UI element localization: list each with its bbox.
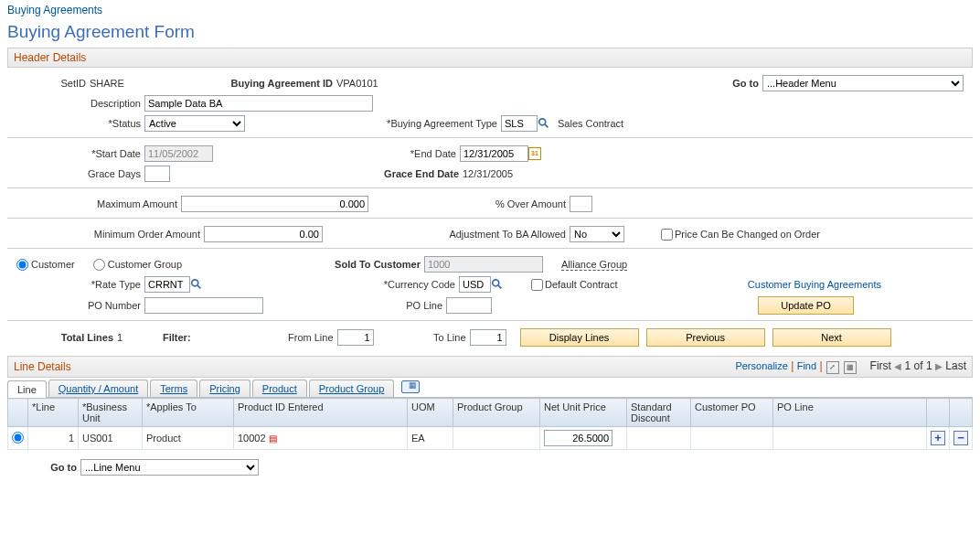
grace-days-label: Grace Days: [7, 168, 144, 179]
default-contract-label: Default Contract: [543, 279, 617, 290]
ba-id-label: Buying Agreement ID: [199, 78, 336, 89]
previous-button[interactable]: Previous: [646, 328, 765, 347]
svg-point-2: [192, 280, 198, 286]
description-input[interactable]: [144, 95, 373, 112]
col-product-id[interactable]: Product ID Entered: [234, 399, 408, 427]
tab-pricing[interactable]: Pricing: [199, 380, 250, 397]
tab-terms[interactable]: Terms: [150, 380, 197, 397]
lookup-icon[interactable]: [538, 117, 550, 130]
lookup-icon[interactable]: [491, 278, 504, 291]
from-line-label: From Line: [273, 332, 337, 343]
customer-group-radio[interactable]: [93, 259, 105, 271]
ba-type-input[interactable]: [501, 115, 538, 132]
ba-type-desc: Sales Contract: [558, 118, 623, 129]
col-uom[interactable]: UOM: [408, 399, 453, 427]
cust-ba-link[interactable]: Customer Buying Agreements: [748, 279, 881, 290]
default-contract-checkbox[interactable]: [531, 279, 543, 291]
table-row: 1 US001 Product 10002 ▤ EA + −: [8, 427, 973, 450]
po-number-input[interactable]: [144, 297, 263, 314]
svg-line-3: [197, 285, 201, 289]
cell-prod-group: [453, 427, 540, 450]
customer-radio[interactable]: [16, 259, 28, 271]
price-change-checkbox[interactable]: [661, 229, 673, 241]
zoom-icon[interactable]: ⤢: [826, 361, 839, 374]
svg-line-1: [545, 124, 549, 128]
pct-over-input[interactable]: [570, 196, 592, 212]
next-page-icon[interactable]: ▶: [935, 361, 943, 371]
next-button[interactable]: Next: [772, 328, 891, 347]
sold-to-desc[interactable]: Alliance Group: [561, 259, 627, 271]
grace-end-value: 12/31/2005: [463, 168, 513, 179]
lookup-icon[interactable]: [190, 278, 203, 291]
find-link[interactable]: Find: [797, 360, 816, 371]
sold-to-input: [424, 256, 543, 273]
first-link[interactable]: First: [870, 359, 891, 372]
goto-header-select[interactable]: ...Header Menu: [762, 75, 964, 91]
grid-view-icon[interactable]: ▦: [844, 361, 857, 374]
max-amt-input[interactable]: [181, 196, 368, 212]
grace-end-label: Grace End Date: [362, 168, 463, 179]
display-lines-button[interactable]: Display Lines: [520, 328, 639, 347]
svg-line-5: [498, 285, 502, 289]
from-line-input[interactable]: [337, 329, 374, 346]
page-title: Buying Agreement Form: [7, 18, 973, 48]
tab-quantity-amount[interactable]: Quantity / Amount: [48, 380, 148, 397]
tab-product[interactable]: Product: [252, 380, 307, 397]
start-date-label: *Start Date: [7, 148, 144, 159]
currency-input[interactable]: [459, 276, 491, 293]
col-std-disc[interactable]: Standard Discount: [627, 399, 691, 427]
breadcrumb[interactable]: Buying Agreements: [7, 4, 973, 18]
status-label: *Status: [7, 118, 144, 129]
setid-value: SHARE: [90, 78, 163, 89]
customer-group-radio-label: Customer Group: [105, 259, 182, 270]
cell-uom: EA: [408, 427, 453, 450]
goto-line-label: Go to: [7, 462, 80, 473]
end-date-input[interactable]: [460, 145, 528, 162]
related-action-icon[interactable]: ▤: [269, 433, 277, 444]
prev-page-icon[interactable]: ◀: [894, 361, 901, 371]
col-bu[interactable]: *Business Unit: [79, 399, 143, 427]
add-row-button[interactable]: +: [931, 431, 945, 445]
col-applies[interactable]: *Applies To: [143, 399, 234, 427]
col-prod-group[interactable]: Product Group: [453, 399, 540, 427]
pct-over-label: % Over Amount: [460, 198, 570, 209]
calendar-icon[interactable]: 31: [528, 147, 541, 160]
cell-applies: Product: [143, 427, 234, 450]
po-number-label: PO Number: [7, 300, 144, 311]
ba-id-value: VPA0101: [336, 78, 419, 89]
rate-type-label: *Rate Type: [7, 279, 144, 290]
svg-point-4: [493, 280, 499, 286]
status-select[interactable]: Active: [144, 115, 245, 132]
last-link[interactable]: Last: [945, 359, 966, 372]
tab-product-group[interactable]: Product Group: [309, 380, 395, 397]
goto-header-label: Go to: [717, 78, 762, 89]
customer-radio-label: Customer: [28, 259, 93, 270]
grace-days-input[interactable]: [144, 166, 170, 182]
col-net-price[interactable]: Net Unit Price: [540, 399, 627, 427]
net-price-input[interactable]: [544, 430, 612, 446]
cell-std-disc: [627, 427, 691, 450]
goto-line-select[interactable]: ...Line Menu: [80, 459, 259, 476]
adj-allowed-select[interactable]: No: [570, 226, 624, 242]
col-cust-po[interactable]: Customer PO: [691, 399, 773, 427]
to-line-label: To Line: [420, 332, 470, 343]
description-label: Description: [7, 98, 144, 109]
price-change-label: Price Can Be Changed on Order: [673, 229, 820, 240]
rate-type-input[interactable]: [144, 276, 190, 293]
min-order-input[interactable]: [204, 226, 323, 242]
line-details-tabbar: Line Quantity / Amount Terms Pricing Pro…: [7, 380, 973, 398]
update-po-button[interactable]: Update PO: [758, 296, 854, 315]
po-line-input[interactable]: [446, 297, 492, 314]
expand-tabs-icon[interactable]: [401, 380, 420, 393]
to-line-input[interactable]: [470, 329, 506, 346]
tab-line[interactable]: Line: [7, 380, 47, 398]
sold-to-label: Sold To Customer: [314, 259, 424, 270]
cell-product-id: 10002: [238, 433, 266, 444]
delete-row-button[interactable]: −: [953, 431, 968, 445]
row-select-radio[interactable]: [12, 432, 24, 444]
personalize-link[interactable]: Personalize: [735, 360, 787, 371]
cell-line: 1: [28, 427, 79, 450]
setid-label: SetID: [7, 78, 90, 89]
col-po-line[interactable]: PO Line: [773, 399, 927, 427]
col-line[interactable]: *Line: [28, 399, 79, 427]
